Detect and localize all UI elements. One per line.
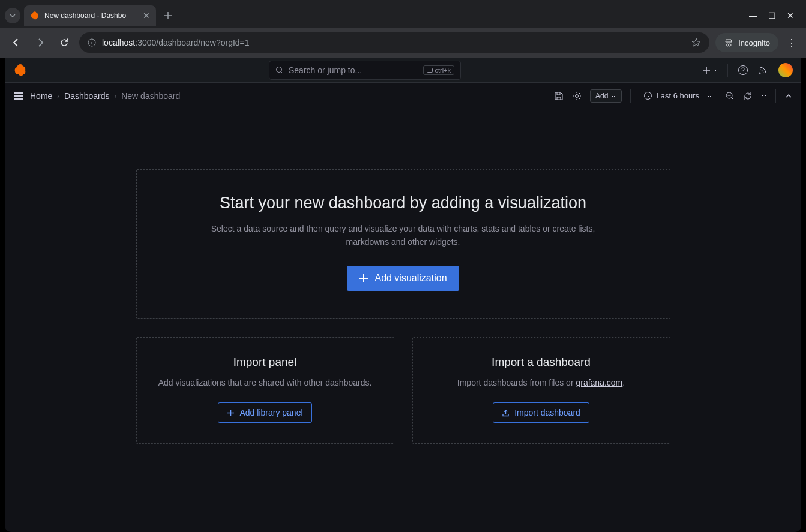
breadcrumb-dashboards[interactable]: Dashboards	[64, 91, 110, 101]
import-dashboard-button[interactable]: Import dashboard	[493, 402, 589, 423]
browser-chrome: New dashboard - Dashbo ✕ — ☐ ✕ localhost…	[0, 0, 806, 58]
card-title: Import panel	[151, 356, 379, 369]
address-bar: localhost:3000/dashboard/new?orgId=1 Inc…	[0, 28, 806, 58]
card-title: Import a dashboard	[427, 356, 655, 369]
breadcrumb-current: New dashboard	[121, 91, 180, 101]
zoom-out-button[interactable]	[725, 91, 735, 101]
divider	[727, 64, 728, 77]
plus-icon	[359, 273, 368, 283]
card-title: Start your new dashboard by adding a vis…	[161, 194, 646, 212]
grafana-favicon	[30, 11, 40, 20]
grafana-toolbar: Home › Dashboards › New dashboard Add La…	[5, 83, 801, 109]
add-visualization-card: Start your new dashboard by adding a vis…	[136, 169, 670, 319]
bookmark-star-icon[interactable]	[691, 38, 701, 47]
help-button[interactable]	[738, 65, 748, 76]
incognito-indicator[interactable]: Incognito	[715, 33, 778, 52]
clock-icon	[643, 91, 652, 100]
search-shortcut: ctrl+k	[423, 65, 454, 75]
divider	[630, 89, 631, 103]
news-button[interactable]	[758, 65, 769, 76]
grafana-header: Search or jump to... ctrl+k	[5, 58, 801, 83]
time-range-picker[interactable]: Last 6 hours	[639, 89, 717, 103]
close-window-icon[interactable]: ✕	[787, 11, 794, 20]
tab-title: New dashboard - Dashbo	[44, 11, 138, 20]
browser-menu-icon[interactable]: ⋮	[784, 37, 799, 49]
save-button[interactable]	[554, 91, 564, 101]
tab-bar: New dashboard - Dashbo ✕ — ☐ ✕	[0, 0, 806, 28]
add-library-panel-button[interactable]: Add library panel	[218, 402, 311, 423]
back-button[interactable]	[7, 34, 25, 52]
chevron-right-icon: ›	[115, 92, 117, 100]
add-visualization-button[interactable]: Add visualization	[347, 266, 459, 291]
incognito-icon	[724, 38, 733, 47]
chevron-right-icon: ›	[57, 92, 59, 100]
chevron-down-icon	[610, 93, 616, 99]
window-controls: — ☐ ✕	[749, 11, 801, 20]
plus-icon	[702, 66, 711, 74]
minimize-icon[interactable]: —	[749, 11, 757, 20]
tab-search-chevron[interactable]	[5, 8, 20, 23]
settings-button[interactable]	[572, 91, 582, 101]
add-label: Add	[595, 92, 608, 100]
card-subtitle: Select a data source and then query and …	[193, 222, 613, 249]
add-menu-button[interactable]	[702, 66, 718, 74]
button-label: Add visualization	[374, 273, 447, 284]
info-icon	[88, 38, 96, 47]
plus-icon	[227, 409, 235, 417]
time-range-label: Last 6 hours	[656, 91, 699, 100]
reload-button[interactable]	[55, 34, 73, 52]
svg-point-1	[277, 67, 282, 72]
url-input[interactable]: localhost:3000/dashboard/new?orgId=1	[79, 32, 709, 53]
close-tab-icon[interactable]: ✕	[143, 11, 150, 20]
upload-icon	[502, 409, 510, 417]
grafana-com-link[interactable]: grafana.com	[576, 378, 622, 387]
url-host: localhost	[102, 38, 135, 47]
browser-tab[interactable]: New dashboard - Dashbo ✕	[24, 5, 156, 26]
svg-point-4	[576, 94, 579, 97]
refresh-interval-button[interactable]	[761, 93, 767, 99]
button-label: Import dashboard	[514, 408, 580, 417]
incognito-label: Incognito	[738, 38, 770, 47]
new-tab-button[interactable]	[160, 7, 176, 24]
search-icon	[275, 66, 284, 74]
grafana-app: Search or jump to... ctrl+k Home › Dashb…	[5, 58, 801, 532]
card-subtitle: Import dashboards from files or grafana.…	[427, 376, 655, 389]
chevron-down-icon	[706, 93, 712, 99]
search-input[interactable]: Search or jump to... ctrl+k	[269, 61, 461, 80]
refresh-button[interactable]	[743, 91, 753, 101]
card-subtitle: Add visualizations that are shared with …	[151, 376, 379, 389]
import-dashboard-card: Import a dashboard Import dashboards fro…	[412, 337, 670, 444]
keyboard-icon	[427, 68, 433, 73]
button-label: Add library panel	[239, 408, 302, 417]
grafana-logo-icon[interactable]	[13, 63, 28, 77]
forward-button[interactable]	[31, 34, 49, 52]
url-path: :3000/dashboard/new?orgId=1	[135, 38, 249, 47]
chevron-down-icon	[712, 67, 718, 73]
collapse-button[interactable]	[784, 92, 793, 100]
menu-toggle-button[interactable]	[13, 91, 24, 101]
divider	[775, 89, 776, 103]
add-panel-button[interactable]: Add	[590, 89, 622, 103]
dashboard-body: Start your new dashboard by adding a vis…	[5, 109, 801, 532]
breadcrumb-home[interactable]: Home	[30, 91, 52, 101]
import-panel-card: Import panel Add visualizations that are…	[136, 337, 394, 444]
search-placeholder: Search or jump to...	[289, 65, 362, 75]
user-avatar[interactable]	[778, 63, 793, 77]
svg-rect-2	[427, 68, 433, 72]
breadcrumb: Home › Dashboards › New dashboard	[30, 91, 180, 101]
maximize-icon[interactable]: ☐	[768, 11, 776, 20]
